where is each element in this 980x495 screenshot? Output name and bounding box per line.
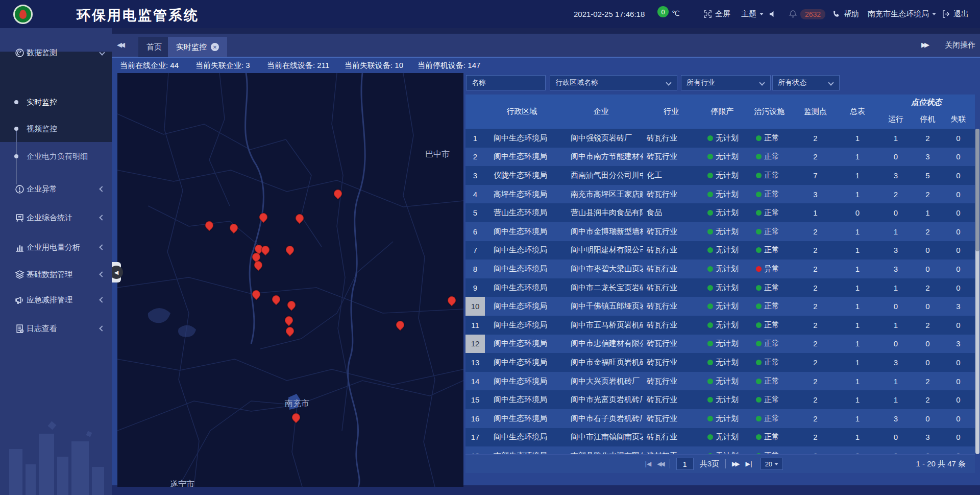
map-panel[interactable]: 巴中市南充市遂宁市 [117, 73, 463, 487]
next-page-icon[interactable]: ▶▶ [732, 460, 738, 467]
industry-filter[interactable]: 所有行业 [681, 75, 771, 90]
table-row[interactable]: 12阆中生态环境局阆中市忠信建材有限公砖瓦行业无计划正常21003 [465, 335, 975, 353]
sidebar-item-基础数据管理[interactable]: 基础数据管理 [0, 266, 112, 283]
close-operations-button[interactable]: 关闭操作 [945, 40, 975, 50]
cell-meters: 1 [837, 241, 878, 260]
table-row[interactable]: 9阆中生态环境局阆中市二龙长宝页岩砖砖瓦行业无计划正常21120 [465, 278, 975, 297]
table-row[interactable]: 14阆中生态环境局阆中大兴页岩机砖厂砖瓦行业无计划正常21120 [465, 372, 975, 391]
chevron-down-icon [666, 80, 671, 85]
sidebar-subitem-视频监控[interactable]: 视频监控 [0, 121, 112, 136]
status-filter[interactable]: 所有状态 [772, 75, 840, 90]
sidebar-item-日志查看[interactable]: 日志查看 [0, 320, 112, 337]
table-header-停限产: 停限产 [699, 95, 745, 129]
theme-label: 主题 [741, 9, 756, 19]
sidebar-item-企业综合统计[interactable]: 企业综合统计 [0, 209, 112, 226]
cell-run: 0 [878, 446, 914, 454]
tabs-scroll-right-icon[interactable]: ▶▶ [921, 41, 927, 49]
total-pages-label: 共3页 [700, 459, 719, 469]
tab-首页[interactable]: 首页 [138, 37, 170, 57]
table-row[interactable]: 10阆中生态环境局阆中千佛镇五郎垭页岩砖瓦行业无计划正常21003 [465, 297, 975, 316]
page-size-select[interactable]: 20 [761, 458, 783, 470]
table-row[interactable]: 8阆中生态环境局阆中市枣碧大梁山页岩砖瓦行业无计划异常21300 [465, 260, 975, 278]
cell-points: 2 [794, 335, 837, 353]
sidebar-item-应急减排管理[interactable]: 应急减排管理 [0, 291, 112, 309]
table-row[interactable]: 16阆中生态环境局阆中市石子页岩机砖厂砖瓦行业无计划正常21300 [465, 409, 975, 428]
cell-stop: 2 [914, 222, 942, 241]
row-index: 1 [465, 129, 485, 148]
table-row[interactable]: 17阆中生态环境局阆中市江南镇阆南页岩砖瓦行业无计划正常21030 [465, 428, 975, 447]
status-dot-icon [707, 266, 713, 272]
table-row[interactable]: 3仪陇生态环境局西南油气田分公司川中化工无计划正常71350 [465, 166, 975, 185]
tab-close-icon[interactable]: ✕ [211, 43, 219, 51]
region-filter[interactable]: 行政区域名称 [550, 75, 677, 90]
chevron-left-icon [99, 325, 105, 331]
sidebar-item-数据监测[interactable]: 数据监测 [0, 44, 112, 61]
table-row[interactable]: 5营山生态环境局营山县润丰肉食品有限食品无计划正常10010 [465, 203, 975, 222]
cell-limit: 无计划 [699, 390, 745, 409]
logout-button[interactable]: 退出 [942, 0, 969, 28]
cell-points: 3 [794, 185, 837, 204]
industry-filter-label: 所有行业 [687, 78, 715, 87]
notifications[interactable]: 2632 [789, 0, 825, 28]
table-header-监测点: 监测点 [794, 95, 837, 129]
tab-实时监控[interactable]: 实时监控✕ [168, 37, 227, 57]
table-row[interactable]: 7阆中生态环境局阆中明阳建材有限公司砖瓦行业无计划正常21300 [465, 241, 975, 260]
sidebar-item-label: 基础数据管理 [27, 270, 72, 279]
prev-page-icon[interactable]: ◀◀ [657, 460, 663, 467]
cell-company: 阆中千佛镇五郎垭页岩 [559, 297, 643, 316]
sidebar-item-企业用电量分析[interactable]: 企业用电量分析 [0, 239, 112, 256]
table-scrollbar[interactable] [975, 129, 979, 454]
cell-region: 阆中生态环境局 [485, 409, 559, 428]
sidebar-item-label: 数据监测 [27, 48, 57, 58]
scrollbar-thumb[interactable] [975, 129, 979, 251]
cell-lost: 0 [942, 241, 975, 260]
chevron-left-icon [99, 297, 105, 302]
table-row[interactable]: 11阆中生态环境局阆中市五马桥页岩机砖砖瓦行业无计划正常21120 [465, 316, 975, 335]
status-dot-icon [707, 154, 713, 159]
cell-industry: 砖瓦行业 [643, 185, 699, 204]
cell-points: 2 [794, 260, 837, 278]
cell-industry: 化工 [643, 166, 699, 185]
cell-points: 2 [794, 409, 837, 428]
status-dot-icon [707, 229, 713, 234]
sidebar-subitem-实时监控[interactable]: 实时监控 [0, 95, 112, 110]
theme-menu[interactable]: 主题 [741, 0, 764, 28]
cell-stop: 0 [914, 353, 942, 372]
table-row[interactable]: 13阆中生态环境局阆中市金福旺页岩机砖砖瓦行业无计划正常21300 [465, 353, 975, 372]
stats-bar: 当前在线企业: 44当前失联企业: 3当前在线设备: 211当前失联设备: 10… [112, 57, 980, 73]
fullscreen-button[interactable]: 全屏 [703, 0, 730, 28]
cell-facility: 正常 [745, 390, 794, 409]
cell-region: 阆中生态环境局 [485, 260, 559, 278]
cell-limit: 无计划 [699, 166, 745, 185]
cell-company: 南充市高坪区王家店建 [559, 185, 643, 204]
table-header-总表: 总表 [837, 95, 878, 129]
cell-region: 仪陇生态环境局 [485, 166, 559, 185]
cell-industry: 砖瓦行业 [643, 353, 699, 372]
name-filter[interactable]: 名称 [466, 75, 546, 90]
table-row[interactable]: 18南部生态环境局南部县雅化水泥有限公建材加工无计划正常62060 [465, 446, 975, 454]
mute-button[interactable] [769, 0, 777, 28]
board-icon [14, 213, 24, 223]
cell-region: 阆中生态环境局 [485, 278, 559, 297]
page-number-input[interactable]: 1 [676, 458, 694, 470]
table-row[interactable]: 1阆中生态环境局阆中强锐页岩砖厂砖瓦行业无计划正常21120 [465, 129, 975, 148]
status-dot-icon [756, 341, 762, 346]
last-page-icon[interactable]: ▶❘ [746, 460, 752, 467]
help-button[interactable]: 帮助 [832, 0, 859, 28]
table-row[interactable]: 6阆中生态环境局阆中市金博瑞新型墙材砖瓦行业无计划正常21120 [465, 222, 975, 241]
org-menu[interactable]: 南充市生态环境局 [868, 0, 936, 28]
sidebar-subitem-企业电力负荷明细[interactable]: 企业电力负荷明细 [0, 149, 112, 164]
cell-meters: 1 [837, 390, 878, 409]
first-page-icon[interactable]: ❘◀ [643, 460, 650, 467]
sidebar-item-企业异常[interactable]: 企业异常 [0, 180, 112, 198]
fullscreen-label: 全屏 [715, 9, 730, 19]
tabs-scroll-left-icon[interactable]: ◀◀ [117, 41, 123, 49]
cell-company: 阆中市光富页岩机砖厂 [559, 390, 643, 409]
cell-region: 阆中生态环境局 [485, 297, 559, 316]
cell-lost: 0 [942, 372, 975, 391]
cell-industry: 砖瓦行业 [643, 335, 699, 353]
table-row[interactable]: 15阆中生态环境局阆中市光富页岩机砖厂砖瓦行业无计划正常21120 [465, 390, 975, 409]
table-row[interactable]: 2阆中生态环境局阆中市南方节能建材有砖瓦行业无计划正常21030 [465, 148, 975, 167]
cell-limit: 无计划 [699, 185, 745, 204]
table-row[interactable]: 4高坪生态环境局南充市高坪区王家店建砖瓦行业无计划正常31220 [465, 185, 975, 204]
